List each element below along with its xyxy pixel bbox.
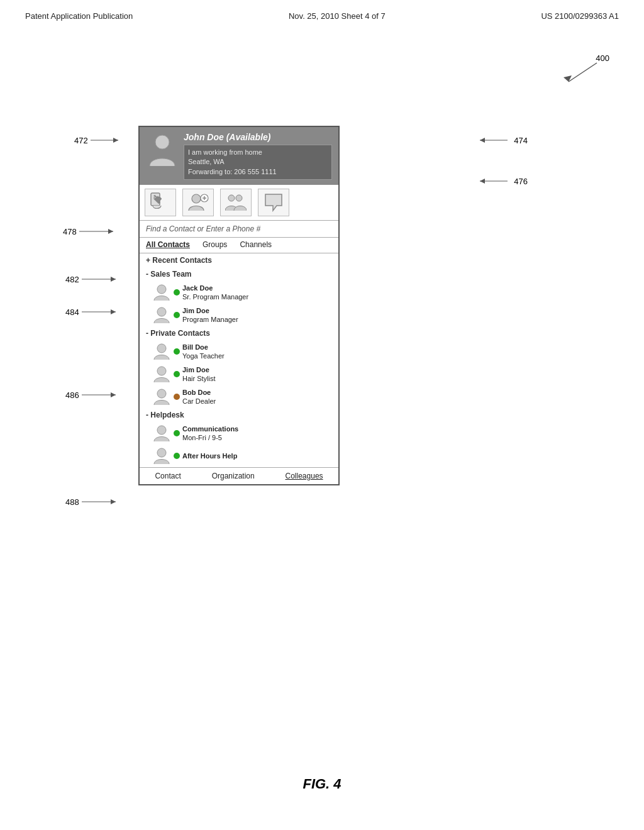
svg-marker-15 (111, 392, 116, 397)
patent-right: US 2100/0299363 A1 (541, 11, 619, 21)
svg-point-18 (155, 135, 169, 149)
patent-center: Nov. 25, 2010 Sheet 4 of 7 (289, 11, 386, 21)
svg-point-28 (157, 307, 166, 316)
bottom-tabs: Contact Organization Colleagues (140, 467, 338, 484)
user-name: John Doe (Available) (184, 132, 332, 142)
status-dot-jack (174, 289, 180, 296)
contact-jack-doe[interactable]: Jack Doe Sr. Program Manager (140, 281, 338, 304)
svg-point-27 (157, 285, 166, 294)
svg-point-30 (157, 367, 166, 375)
tabs-row: All Contacts Groups Channels (140, 238, 338, 253)
phone-icon[interactable] (145, 189, 176, 216)
contact-jim-doe-sales[interactable]: Jim Doe Program Manager (140, 304, 338, 326)
tab-groups[interactable]: Groups (203, 240, 227, 250)
ref-486: 486 (65, 390, 119, 400)
header-info: John Doe (Available) I am working from h… (184, 132, 332, 180)
svg-point-33 (157, 448, 166, 457)
phone-mockup: John Doe (Available) I am working from h… (138, 126, 340, 485)
tab-all-contacts[interactable]: All Contacts (146, 240, 190, 250)
svg-point-31 (157, 389, 166, 398)
status-line3: Forwarding to: 206 555 1111 (188, 167, 328, 177)
contact-info-afterhours: After Hours Help (182, 451, 237, 460)
contact-communications[interactable]: Communications Mon-Fri / 9-5 (140, 422, 338, 445)
group-recent[interactable]: + Recent Contacts (140, 253, 338, 267)
contact-jim-doe-private[interactable]: Jim Doe Hair Stylist (140, 363, 338, 385)
svg-point-32 (157, 426, 166, 434)
icon-toolbar (140, 185, 338, 221)
svg-marker-9 (108, 229, 113, 234)
chat-icon[interactable] (258, 189, 289, 216)
ref-478: 478 (63, 226, 117, 236)
phone-header: John Doe (Available) I am working from h… (140, 127, 338, 185)
ref-476: 476 (480, 176, 528, 186)
contact-info-jim-private: Jim Doe Hair Stylist (182, 365, 216, 384)
contact-info-bill: Bill Doe Yoga Teacher (182, 343, 225, 361)
contact-info-bob: Bob Doe Car Dealer (182, 388, 216, 406)
bottom-tab-organization[interactable]: Organization (212, 472, 255, 480)
svg-marker-7 (480, 179, 485, 184)
svg-marker-17 (111, 499, 116, 504)
status-line1: I am working from home (188, 148, 328, 157)
ref-474: 474 (480, 135, 528, 145)
svg-point-29 (157, 344, 166, 353)
status-box: I am working from home Seattle, WA Forwa… (184, 145, 332, 180)
status-dot-comms (174, 430, 180, 436)
status-dot-jim-private (174, 371, 180, 377)
figure-label: FIG. 4 (0, 776, 644, 792)
contact-list: + Recent Contacts - Sales Team Jack Doe … (140, 253, 338, 467)
ref-472: 472 (74, 135, 122, 145)
contact-bob-doe[interactable]: Bob Doe Car Dealer (140, 385, 338, 408)
svg-point-21 (192, 194, 201, 203)
contact-info-comms: Communications Mon-Fri / 9-5 (182, 424, 238, 443)
bottom-tab-colleagues[interactable]: Colleagues (286, 472, 323, 480)
status-dot-bill (174, 348, 180, 355)
group-sales-team[interactable]: - Sales Team (140, 267, 338, 281)
search-placeholder: Find a Contact or Enter a Phone # (146, 224, 260, 233)
svg-point-26 (236, 195, 242, 201)
contact-info-jack: Jack Doe Sr. Program Manager (182, 284, 248, 302)
svg-marker-3 (113, 138, 118, 143)
status-dot-bob (174, 394, 180, 400)
add-contact-icon[interactable] (182, 189, 214, 216)
svg-marker-13 (111, 309, 116, 314)
svg-marker-11 (111, 277, 116, 282)
group-private-contacts[interactable]: - Private Contacts (140, 326, 338, 340)
bottom-tab-contact[interactable]: Contact (155, 472, 180, 480)
ref-488: 488 (65, 497, 119, 507)
diagram-area: 472 474 476 478 482 484 486 488 (0, 50, 644, 767)
contact-after-hours[interactable]: After Hours Help (140, 445, 338, 467)
patent-header: Patent Application Publication Nov. 25, … (0, 0, 644, 27)
svg-marker-5 (480, 138, 485, 143)
contact-info-jim-sales: Jim Doe Program Manager (182, 306, 238, 324)
svg-point-25 (228, 195, 235, 201)
group-icon[interactable] (220, 189, 252, 216)
patent-left: Patent Application Publication (25, 11, 133, 21)
status-dot-jim-sales (174, 312, 180, 318)
ref-484: 484 (65, 307, 119, 317)
ref-482: 482 (65, 274, 119, 284)
tab-channels[interactable]: Channels (240, 240, 272, 250)
contact-bill-doe[interactable]: Bill Doe Yoga Teacher (140, 340, 338, 363)
status-line2: Seattle, WA (188, 157, 328, 167)
user-avatar (146, 132, 179, 170)
group-helpdesk[interactable]: - Helpdesk (140, 408, 338, 422)
status-dot-afterhours (174, 453, 180, 459)
search-bar[interactable]: Find a Contact or Enter a Phone # (140, 221, 338, 238)
